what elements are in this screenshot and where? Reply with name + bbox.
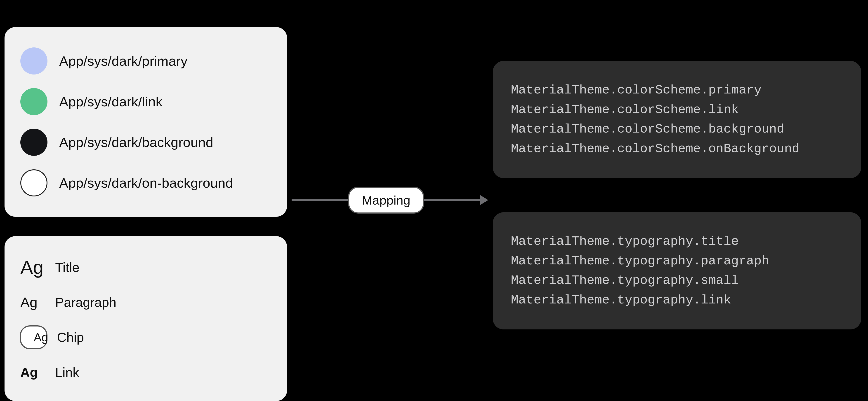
swatch-on-background [20, 169, 48, 196]
type-glyph-icon: Ag [20, 325, 48, 349]
code-typography-card: MaterialTheme.typography.title MaterialT… [493, 212, 861, 329]
arrow-line-icon [291, 199, 348, 201]
code-line: MaterialTheme.typography.small [511, 273, 843, 288]
color-token-row: App/sys/dark/primary [20, 41, 271, 81]
swatch-primary [20, 47, 48, 74]
color-token-label: App/sys/dark/primary [59, 53, 188, 69]
code-line: MaterialTheme.colorScheme.background [511, 122, 843, 136]
code-line: MaterialTheme.colorScheme.primary [511, 83, 843, 97]
design-colors-card: App/sys/dark/primary App/sys/dark/link A… [4, 27, 287, 217]
code-line: MaterialTheme.colorScheme.link [511, 103, 843, 117]
swatch-link [20, 88, 48, 115]
swatch-background [20, 129, 48, 156]
code-line: MaterialTheme.typography.paragraph [511, 254, 843, 268]
code-line: MaterialTheme.typography.title [511, 234, 843, 248]
type-token-row: Ag Paragraph [20, 285, 271, 320]
type-glyph-icon: Ag [20, 295, 45, 309]
color-token-row: App/sys/dark/link [20, 81, 271, 122]
design-typography-card: Ag Title Ag Paragraph Ag Chip Ag Link [4, 236, 287, 401]
mapping-connector: Mapping [291, 184, 488, 216]
type-token-label: Link [55, 365, 79, 380]
color-token-label: App/sys/dark/background [59, 135, 213, 150]
type-token-row: Ag Link [20, 355, 271, 390]
code-line: MaterialTheme.colorScheme.onBackground [511, 142, 843, 156]
type-token-label: Chip [57, 330, 84, 345]
type-token-label: Title [55, 260, 79, 275]
type-token-row: Ag Chip [20, 320, 271, 355]
code-line: MaterialTheme.typography.link [511, 293, 843, 307]
type-token-row: Ag Title [20, 250, 271, 285]
arrow-right-icon [480, 195, 488, 205]
color-token-row: App/sys/dark/on-background [20, 163, 271, 203]
arrow-line-icon [424, 199, 480, 201]
color-token-row: App/sys/dark/background [20, 122, 271, 163]
type-glyph-icon: Ag [20, 366, 45, 379]
mapping-chip: Mapping [348, 187, 424, 213]
type-glyph-icon: Ag [20, 258, 45, 277]
type-token-label: Paragraph [55, 295, 116, 310]
color-token-label: App/sys/dark/on-background [59, 175, 233, 191]
code-colorscheme-card: MaterialTheme.colorScheme.primary Materi… [493, 61, 861, 178]
color-token-label: App/sys/dark/link [59, 94, 162, 109]
